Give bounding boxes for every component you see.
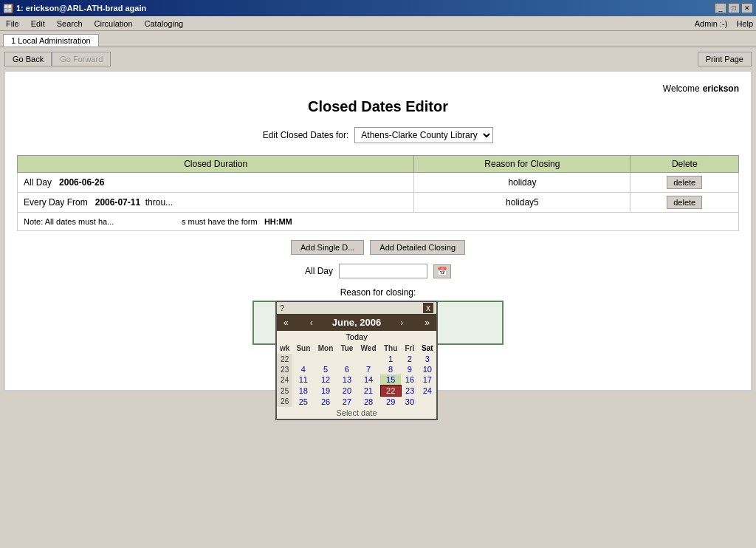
table-row: All Day 2006-06-26 holiday delete [18, 173, 739, 193]
page-container: Welcome erickson Closed Dates Editor Edi… [4, 71, 752, 391]
go-back-button[interactable]: Go Back [4, 52, 52, 66]
menu-bar: File Edit Search Circulation Cataloging … [0, 16, 756, 31]
minimize-button[interactable]: _ [715, 3, 726, 13]
col-header-delete: Delete [630, 156, 739, 173]
time-format: HH:MM [264, 217, 292, 226]
window-title: 1: erickson@ARL-ATH-brad again [16, 4, 146, 13]
date-input[interactable] [339, 264, 427, 278]
admin-label[interactable]: Admin :-) [695, 19, 728, 28]
cal-col-mon: Mon [314, 343, 337, 354]
window-controls: _ □ ✕ [715, 3, 753, 13]
all-day-label: All Day [305, 266, 333, 276]
note-row: Note: All dates must ha... s must have t… [18, 213, 739, 231]
cal-col-wk: wk [277, 343, 292, 354]
cal-day-18[interactable]: 18 [292, 386, 314, 397]
calendar-next-year-button[interactable]: » [422, 318, 432, 328]
menu-cataloging[interactable]: Cataloging [142, 18, 187, 29]
calendar-help-button[interactable]: ? [280, 304, 284, 312]
calendar-prev-month-button[interactable]: ‹ [308, 318, 315, 328]
cal-day-4[interactable]: 4 [292, 364, 314, 374]
row1-prefix: All Day [24, 177, 57, 188]
row2-delete-button[interactable]: delete [667, 196, 702, 209]
library-select[interactable]: Athens-Clarke County Library [354, 127, 493, 143]
add-detailed-closing-button[interactable]: Add Detailed Closing [370, 240, 465, 255]
close-button[interactable]: ✕ [741, 3, 753, 13]
page-title: Closed Dates Editor [17, 98, 739, 115]
cal-week-num: 23 [277, 364, 292, 374]
row1-delete-button[interactable]: delete [667, 176, 702, 189]
cal-day-11[interactable]: 11 [292, 374, 314, 386]
cal-day-26[interactable]: 26 [314, 397, 337, 408]
cal-day-1[interactable]: 1 [380, 354, 401, 364]
row2-suffix: throu... [142, 197, 173, 208]
menu-items: File Edit Search Circulation Cataloging [3, 18, 186, 29]
closed-dates-table: Closed Duration Reason for Closing Delet… [17, 155, 739, 231]
calendar-icon-button[interactable]: 📅 [433, 264, 451, 278]
cal-day-24[interactable]: 24 [419, 386, 436, 397]
all-day-row: All Day 📅 [17, 264, 739, 278]
menu-circulation[interactable]: Circulation [92, 18, 136, 29]
go-forward-button[interactable]: Go Forward [52, 52, 111, 66]
maximize-button[interactable]: □ [728, 3, 740, 13]
edit-row: Edit Closed Dates for: Athens-Clarke Cou… [17, 127, 739, 143]
cal-day-5[interactable]: 5 [314, 364, 337, 374]
cal-week-num: 25 [277, 386, 292, 397]
cal-empty-day [292, 354, 314, 364]
cal-day-27[interactable]: 27 [337, 397, 357, 408]
cal-empty-day [314, 354, 337, 364]
username-label: erickson [703, 83, 739, 94]
welcome-label: Welcome [663, 83, 700, 94]
cal-day-7[interactable]: 7 [357, 364, 380, 374]
cal-week-num: 26 [277, 397, 292, 408]
col-header-reason: Reason for Closing [414, 156, 630, 173]
cal-day-29[interactable]: 29 [380, 397, 401, 408]
cal-day-13[interactable]: 13 [337, 374, 357, 386]
calendar-prev-year-button[interactable]: « [281, 318, 291, 328]
menu-right: Admin :-) Help [695, 19, 753, 28]
cal-day-16[interactable]: 16 [401, 374, 418, 386]
cal-day-9[interactable]: 9 [401, 364, 418, 374]
cal-day-14[interactable]: 14 [357, 374, 380, 386]
cal-day-3[interactable]: 3 [419, 354, 436, 364]
cal-col-sun: Sun [292, 343, 314, 354]
cal-day-28[interactable]: 28 [357, 397, 380, 408]
cal-day-19[interactable]: 19 [314, 386, 337, 397]
cal-day-8[interactable]: 8 [380, 364, 401, 374]
help-label[interactable]: Help [736, 19, 753, 28]
calendar-close-button[interactable]: x [423, 303, 433, 313]
calendar-week-row: 26252627282930 [277, 397, 436, 408]
cal-day-17[interactable]: 17 [419, 374, 436, 386]
calendar-next-month-button[interactable]: › [398, 318, 405, 328]
col-header-closed-duration: Closed Duration [18, 156, 414, 173]
cal-day-2[interactable]: 2 [401, 354, 418, 364]
note-format-label: s must have the form [182, 217, 262, 226]
cal-day-21[interactable]: 21 [357, 386, 380, 397]
calendar-select-bar: Select date [277, 407, 436, 419]
cal-day-25[interactable]: 25 [292, 397, 314, 408]
row2-prefix: Every Day From [24, 197, 92, 208]
cal-day-20[interactable]: 20 [337, 386, 357, 397]
calendar-today-link[interactable]: Today [295, 332, 419, 341]
cal-day-23[interactable]: 23 [401, 386, 418, 397]
tab-local-admin[interactable]: 1 Local Administration [3, 34, 99, 47]
cal-day-6[interactable]: 6 [337, 364, 357, 374]
menu-edit[interactable]: Edit [28, 18, 48, 29]
app-icon: 🪟 [3, 4, 13, 13]
add-single-day-button[interactable]: Add Single D... [291, 240, 364, 255]
cal-day-30[interactable]: 30 [401, 397, 418, 408]
cal-day-12[interactable]: 12 [314, 374, 337, 386]
cal-empty-day [357, 354, 380, 364]
welcome-bar: Welcome erickson [17, 83, 739, 94]
print-page-button[interactable]: Print Page [698, 52, 752, 66]
row2-date: 2006-07-11 [95, 197, 140, 208]
cal-day-10[interactable]: 10 [419, 364, 436, 374]
cal-week-num: 22 [277, 354, 292, 364]
reason-label: Reason for closing: [252, 287, 504, 298]
row2-delete-cell: delete [630, 193, 739, 213]
menu-search[interactable]: Search [54, 18, 86, 29]
menu-file[interactable]: File [3, 18, 22, 29]
cal-day-15[interactable]: 15 [380, 374, 401, 386]
calendar-month-year: June, 2006 [332, 317, 382, 328]
calendar-top-row: ? x [277, 302, 436, 314]
cal-day-22[interactable]: 22 [380, 386, 401, 397]
